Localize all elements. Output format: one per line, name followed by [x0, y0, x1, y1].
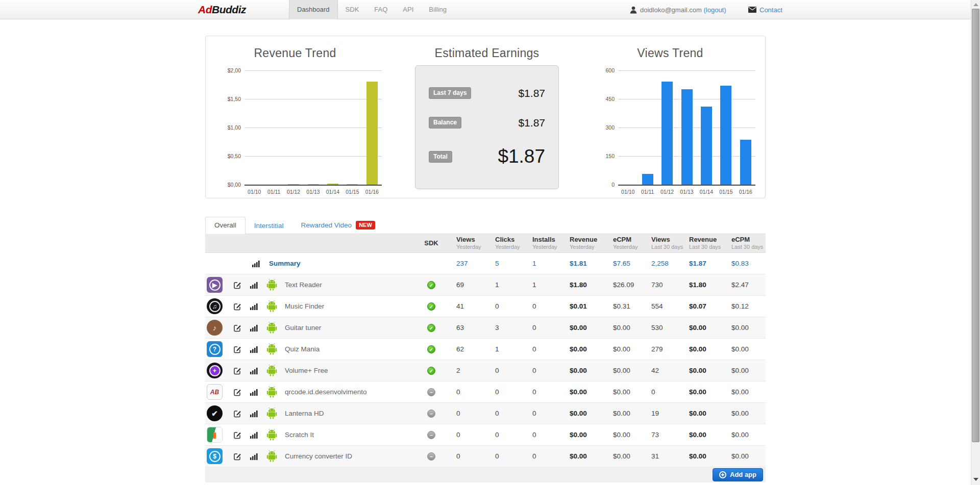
sdk-integrated-icon: ✓ [427, 324, 435, 332]
app-icon-glyph: ♫ [212, 303, 217, 310]
value-cell: 41 [452, 302, 491, 310]
android-icon [266, 365, 277, 376]
stats-icon[interactable] [250, 410, 258, 417]
android-icon [266, 429, 277, 441]
app-icon-glyph: ? [213, 346, 216, 353]
tab-overall[interactable]: Overall [205, 217, 246, 234]
contact-link[interactable]: Contact [760, 6, 782, 14]
value-cell: 0 [528, 452, 565, 460]
edit-icon[interactable] [233, 345, 241, 353]
stats-icon[interactable] [252, 260, 260, 267]
stats-icon[interactable] [250, 367, 258, 374]
value-cell: $0.00 [565, 410, 608, 417]
stats-icon[interactable] [250, 346, 258, 353]
column-header-revenue: RevenueLast 30 days [684, 236, 727, 250]
scrollbar-track[interactable] [971, 0, 980, 485]
value-cell: 0 [647, 388, 684, 396]
app-icon: AB [207, 384, 223, 400]
value-cell: 730 [647, 281, 684, 289]
summary-link[interactable]: Summary [269, 260, 301, 267]
earnings-label-badge: Balance [429, 117, 461, 129]
chart-bar [288, 184, 299, 185]
app-name: Guitar tuner [285, 324, 321, 331]
android-icon [266, 386, 277, 398]
value-cell: 1 [528, 260, 565, 267]
edit-icon[interactable] [233, 324, 241, 332]
column-header-revenue: RevenueYesterday [565, 236, 608, 250]
value-cell: $0.00 [608, 324, 647, 331]
gridline [244, 70, 382, 71]
add-app-button[interactable]: Add app [713, 468, 763, 481]
value-cell: $0.00 [565, 452, 608, 460]
value-cell: $0.00 [608, 345, 647, 353]
chart-bar [662, 82, 673, 185]
nav-item-dashboard[interactable]: Dashboard [289, 0, 338, 19]
android-icon [266, 279, 277, 291]
app-icon: ♪ [207, 320, 223, 336]
nav-item-sdk[interactable]: SDK [338, 0, 367, 19]
value-cell: $0.00 [565, 431, 608, 439]
nav-item-billing[interactable]: Billing [421, 0, 454, 19]
sdk-cell: – [411, 452, 452, 461]
value-cell: $0.00 [684, 367, 727, 374]
main-nav: DashboardSDKFAQAPIBilling [289, 0, 454, 19]
x-tick-label: 01/13 [303, 189, 324, 195]
value-cell: $0.00 [608, 452, 647, 460]
scrollbar-thumb[interactable] [972, 9, 979, 442]
earnings-value: $1.87 [498, 146, 545, 167]
edit-icon[interactable] [233, 281, 241, 289]
chart-bar [642, 174, 653, 185]
stats-icon[interactable] [250, 389, 258, 396]
value-cell: 0 [491, 367, 528, 374]
nav-item-faq[interactable]: FAQ [366, 0, 395, 19]
value-cell: 69 [452, 281, 491, 289]
nav-item-api[interactable]: API [395, 0, 421, 19]
stats-icon[interactable] [250, 303, 258, 310]
table-row: ABqrcode.id.desenvolvimento–000$0.00$0.0… [205, 381, 766, 403]
stats-icon[interactable] [250, 431, 258, 439]
overview-panel: Revenue Trend Estimated Earnings Views T… [205, 36, 766, 198]
chart-bar [347, 184, 358, 185]
sdk-cell: – [411, 431, 452, 439]
stats-icon[interactable] [250, 453, 258, 460]
sdk-cell: – [411, 388, 452, 396]
value-cell: 1 [491, 281, 528, 289]
value-cell: $0.00 [608, 410, 647, 417]
tab-rewarded-video[interactable]: Rewarded VideoNEW [292, 217, 384, 234]
views-trend-title: Views Trend [585, 46, 755, 60]
adbuddiz-logo[interactable]: AdBuddiz [198, 4, 246, 16]
app-icon-glyph: ♪ [213, 323, 217, 332]
stats-icon[interactable] [250, 282, 258, 289]
edit-icon[interactable] [233, 302, 241, 311]
x-tick-label: 01/16 [362, 189, 382, 195]
app-name-cell: ▶Text Reader [205, 274, 411, 295]
summary-row: Summary23751$1.81$7.652,258$1.87$0.83 [205, 253, 766, 274]
column-header-installs: InstallsYesterday [528, 236, 565, 250]
stats-icon[interactable] [250, 324, 258, 331]
tab-interstitial[interactable]: Interstitial [246, 218, 292, 234]
app-name: qrcode.id.desenvolvimento [285, 388, 367, 396]
value-cell: $2.47 [727, 281, 766, 289]
edit-icon[interactable] [233, 367, 241, 375]
app-name-cell: ♪Guitar tuner [205, 317, 411, 338]
estimated-earnings-title: Estimated Earnings [415, 46, 559, 60]
x-tick-label: 01/13 [677, 189, 697, 195]
edit-icon[interactable] [233, 388, 241, 396]
android-icon [266, 450, 277, 462]
earnings-label-badge: Last 7 days [429, 87, 471, 99]
edit-icon[interactable] [233, 452, 241, 461]
views-trend-chart: 6004503001500 01/1001/1101/1201/1301/140… [594, 70, 757, 198]
android-icon [266, 322, 277, 334]
y-tick-label: $2,00 [228, 67, 241, 73]
value-cell: 0 [491, 431, 528, 439]
table-row: ✔Lanterna HD–000$0.00$0.0019$0.00$0.00 [205, 403, 766, 424]
logout-link[interactable]: (logout) [703, 6, 726, 14]
column-header-ecpm: eCPMYesterday [608, 236, 647, 250]
revenue-trend-title: Revenue Trend [211, 46, 379, 60]
app-name: Currency converter ID [285, 452, 352, 460]
edit-icon[interactable] [233, 431, 241, 439]
scroll-down-icon[interactable] [973, 478, 978, 481]
scroll-up-icon[interactable] [973, 3, 978, 6]
app-name: Quiz Mania [285, 345, 320, 353]
edit-icon[interactable] [233, 410, 241, 418]
